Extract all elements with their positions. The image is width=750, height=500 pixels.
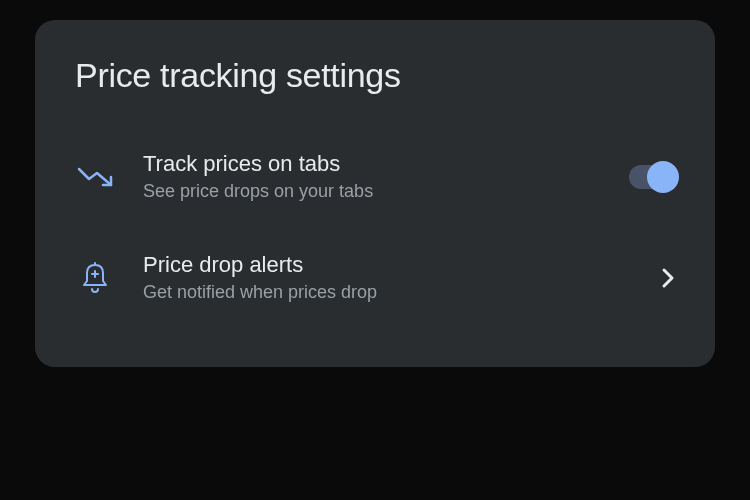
setting-subtitle: Get notified when prices drop xyxy=(143,282,633,303)
trend-down-icon xyxy=(75,165,115,189)
setting-title: Track prices on tabs xyxy=(143,151,601,177)
bell-add-icon xyxy=(75,262,115,294)
setting-text: Track prices on tabs See price drops on … xyxy=(143,151,601,202)
setting-price-drop-alerts[interactable]: Price drop alerts Get notified when pric… xyxy=(75,236,675,319)
setting-title: Price drop alerts xyxy=(143,252,633,278)
chevron-right-icon xyxy=(661,267,675,289)
toggle-track-prices[interactable] xyxy=(629,165,675,189)
settings-card: Price tracking settings Track prices on … xyxy=(35,20,715,367)
page-title: Price tracking settings xyxy=(75,56,675,95)
setting-track-prices[interactable]: Track prices on tabs See price drops on … xyxy=(75,135,675,218)
setting-text: Price drop alerts Get notified when pric… xyxy=(143,252,633,303)
setting-subtitle: See price drops on your tabs xyxy=(143,181,601,202)
